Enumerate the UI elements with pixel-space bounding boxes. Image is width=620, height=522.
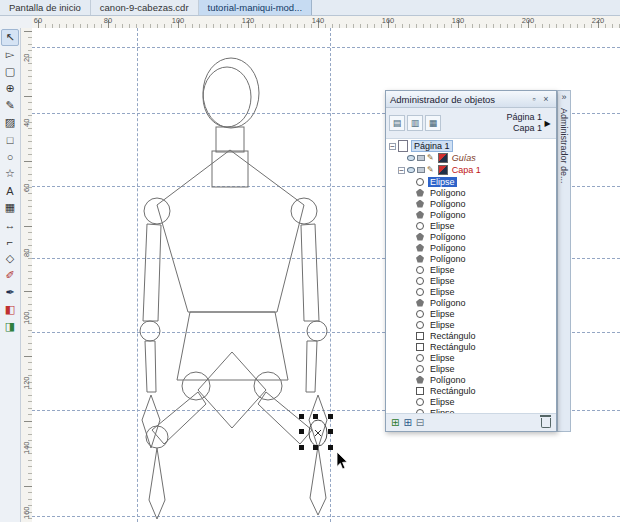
object-label[interactable]: Elipse: [428, 364, 457, 374]
edit-across-layers-icon[interactable]: ▥: [407, 115, 423, 131]
layer-label[interactable]: Capa 1: [452, 165, 481, 175]
layer-color-swatch[interactable]: [438, 153, 448, 163]
tree-object-row[interactable]: Polígono: [386, 253, 556, 264]
object-label[interactable]: Polígono: [428, 298, 468, 308]
object-label[interactable]: Elipse: [428, 397, 457, 407]
polygon-tool-icon[interactable]: ☆: [1, 165, 19, 182]
layer-edit-icon[interactable]: ✎: [427, 154, 434, 162]
docker-close-icon[interactable]: ×: [540, 93, 552, 105]
tree-object-row[interactable]: Polígono: [386, 198, 556, 209]
object-label[interactable]: Polígono: [428, 375, 468, 385]
delete-icon[interactable]: [541, 418, 551, 428]
outline-pen-tool-icon[interactable]: ✒: [1, 284, 19, 301]
object-label[interactable]: Elipse: [428, 276, 457, 286]
eyedropper-tool-icon[interactable]: ✐: [1, 267, 19, 284]
show-object-properties-icon[interactable]: ▤: [389, 115, 405, 131]
tree-object-row[interactable]: Polígono: [386, 209, 556, 220]
tree-object-row[interactable]: Rectángulo: [386, 385, 556, 396]
object-label[interactable]: Polígono: [428, 210, 468, 220]
tree-object-row[interactable]: Polígono: [386, 242, 556, 253]
pick-tool-icon[interactable]: ↖: [1, 29, 19, 46]
tree-object-row[interactable]: Rectángulo: [386, 330, 556, 341]
text-tool-icon[interactable]: A: [1, 182, 19, 199]
active-layer-label: Capa 1: [506, 123, 542, 134]
rectangle-tool-icon[interactable]: □: [1, 131, 19, 148]
page-label[interactable]: Página 1: [411, 140, 453, 152]
object-label[interactable]: Rectángulo: [428, 331, 478, 341]
basic-shapes-tool-icon[interactable]: ◇: [1, 250, 19, 267]
tree-object-row[interactable]: Polígono: [386, 187, 556, 198]
expander-icon[interactable]: [398, 167, 405, 174]
tree-layer-row[interactable]: ✎ Guías: [386, 152, 556, 164]
object-shape-icon: [416, 266, 424, 274]
ruler-label: 120: [213, 16, 283, 26]
layer-visibility-icon[interactable]: [407, 167, 415, 173]
tree-object-row[interactable]: Polígono: [386, 231, 556, 242]
object-label[interactable]: Polígono: [428, 243, 468, 253]
document-tab[interactable]: Pantalla de inicio: [0, 0, 91, 15]
tree-page-row[interactable]: Página 1: [386, 140, 556, 152]
layer-print-icon[interactable]: [417, 167, 425, 173]
object-label[interactable]: Elipse: [428, 320, 457, 330]
layer-visibility-icon[interactable]: [407, 155, 415, 161]
docker-flyout-icon[interactable]: ▶: [542, 119, 553, 128]
selection-handles[interactable]: [299, 414, 333, 450]
tree-object-row[interactable]: Elipse: [386, 396, 556, 407]
tree-object-row[interactable]: Elipse: [386, 352, 556, 363]
docker-pin-icon[interactable]: ▫: [528, 93, 540, 105]
new-master-layer-icon[interactable]: ⊞: [403, 418, 411, 428]
new-layer-icon[interactable]: ⊞: [391, 418, 399, 428]
ellipse-tool-icon[interactable]: ○: [1, 148, 19, 165]
ruler-label: 160: [20, 480, 32, 522]
expander-icon[interactable]: [389, 143, 396, 150]
layer-manager-view-icon[interactable]: ▦: [425, 115, 441, 131]
object-label[interactable]: Polígono: [428, 232, 468, 242]
table-tool-icon[interactable]: ▦: [1, 199, 19, 216]
fill-tool-icon[interactable]: ◧: [1, 301, 19, 318]
shape-tool-icon[interactable]: ▻: [1, 46, 19, 63]
tree-object-row[interactable]: Elipse: [386, 275, 556, 286]
layer-label[interactable]: Guías: [452, 153, 476, 163]
interactive-fill-tool-icon[interactable]: ◨: [1, 318, 19, 335]
object-label[interactable]: Elipse: [428, 287, 457, 297]
docker-collapse-icon[interactable]: »: [561, 91, 566, 104]
object-label[interactable]: Rectángulo: [428, 386, 478, 396]
object-label[interactable]: Elipse: [428, 221, 457, 231]
dimension-tool-icon[interactable]: ↔: [1, 216, 19, 233]
docker-vertical-tab[interactable]: Administrador de...: [559, 108, 569, 184]
object-label[interactable]: Elipse: [428, 177, 457, 187]
document-tab[interactable]: tutorial-maniqui-mod...: [199, 0, 313, 15]
tree-layer-row[interactable]: ✎ Capa 1: [386, 164, 556, 176]
freehand-tool-icon[interactable]: ✎: [1, 97, 19, 114]
object-shape-icon: [416, 387, 424, 395]
zoom-tool-icon[interactable]: ⊕: [1, 80, 19, 97]
object-label[interactable]: Polígono: [428, 254, 468, 264]
crop-tool-icon[interactable]: ▢: [1, 63, 19, 80]
connector-tool-icon[interactable]: ⌐: [1, 233, 19, 250]
tree-object-row[interactable]: Elipse: [386, 264, 556, 275]
layer-color-swatch[interactable]: [438, 165, 448, 175]
smart-fill-tool-icon[interactable]: ▨: [1, 114, 19, 131]
object-shape-icon: [416, 200, 424, 208]
object-label[interactable]: Elipse: [428, 353, 457, 363]
layer-print-icon[interactable]: [417, 155, 425, 161]
docker-title-bar[interactable]: Administrador de objetos ▫ ×: [386, 91, 556, 108]
tree-object-row[interactable]: Elipse: [386, 308, 556, 319]
object-label[interactable]: Rectángulo: [428, 342, 478, 352]
duplicate-layer-icon[interactable]: ⊟: [416, 418, 424, 428]
object-label[interactable]: Elipse: [428, 265, 457, 275]
layer-edit-icon[interactable]: ✎: [427, 166, 434, 174]
tree-object-row[interactable]: Elipse: [386, 319, 556, 330]
tree-object-row[interactable]: Elipse: [386, 363, 556, 374]
selected-object[interactable]: [309, 420, 327, 446]
object-label[interactable]: Polígono: [428, 188, 468, 198]
tree-object-row[interactable]: Rectángulo: [386, 341, 556, 352]
tree-object-row[interactable]: Polígono: [386, 297, 556, 308]
object-label[interactable]: Elipse: [428, 309, 457, 319]
tree-object-row[interactable]: Elipse: [386, 286, 556, 297]
tree-object-row[interactable]: Elipse: [386, 176, 556, 187]
document-tab[interactable]: canon-9-cabezas.cdr: [91, 0, 199, 15]
tree-object-row[interactable]: Polígono: [386, 374, 556, 385]
tree-object-row[interactable]: Elipse: [386, 220, 556, 231]
object-label[interactable]: Polígono: [428, 199, 468, 209]
